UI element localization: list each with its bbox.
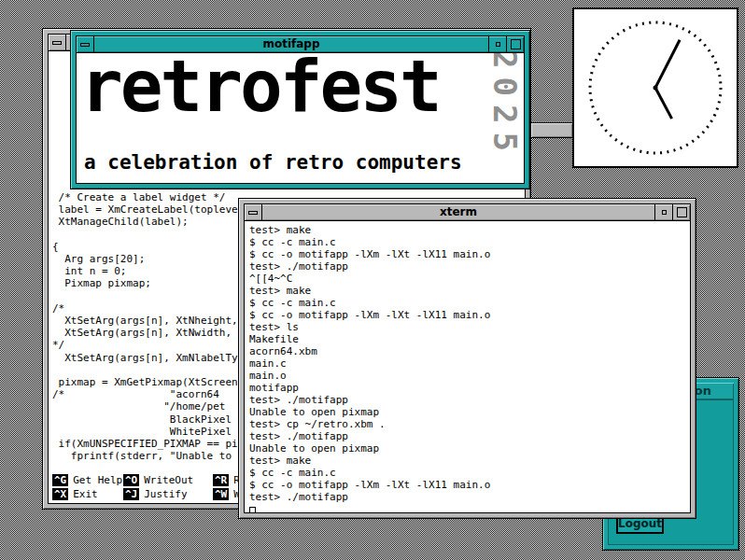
terminal-cursor [249, 507, 256, 513]
shortcut-key: ^J [123, 488, 139, 500]
shortcut-writeout: ^OWriteOut [123, 474, 213, 486]
shortcut-label: WriteOut [144, 474, 193, 486]
clock-window[interactable] [572, 7, 738, 168]
shortcut-label: Justify [144, 488, 187, 500]
shortcut-justify: ^JJustify [123, 488, 213, 500]
banner-year: 2025 [486, 53, 524, 179]
clock-center-dot [654, 86, 658, 91]
window-menu-button[interactable] [49, 35, 66, 50]
clock-minute-hand [655, 41, 679, 88]
window-menu-icon [80, 43, 90, 47]
shortcut-exit: ^XExit [52, 488, 123, 500]
xterm-window[interactable]: xterm test> make $ cc -c main.c $ cc -o … [238, 198, 696, 519]
banner-subtitle: a celebration of retro computers [84, 151, 462, 174]
motifapp-titlebar[interactable]: motifapp [76, 35, 525, 53]
motifapp-window[interactable]: motifapp retrofest a celebration of retr… [70, 30, 530, 189]
maximize-button[interactable] [672, 204, 690, 220]
window-frame-fragment [530, 122, 573, 138]
motifapp-content: retrofest a celebration of retro compute… [76, 53, 525, 184]
clock-hour-hand [655, 88, 671, 118]
maximize-button[interactable] [506, 36, 524, 52]
minimize-button[interactable] [488, 36, 506, 52]
window-menu-button[interactable] [245, 204, 262, 220]
shortcut-label: Get Help [73, 474, 122, 486]
minimize-icon [496, 42, 500, 47]
window-menu-icon [52, 41, 62, 45]
shortcut-key: ^O [123, 474, 139, 486]
maximize-icon [511, 39, 521, 49]
xterm-content[interactable]: test> make $ cc -c main.c $ cc -o motifa… [244, 221, 691, 513]
shortcut-label: Exit [73, 488, 98, 500]
window-menu-button[interactable] [77, 36, 94, 52]
clock-face [574, 9, 737, 166]
minimize-icon [662, 210, 667, 215]
terminal-output[interactable]: test> make $ cc -c main.c $ cc -o motifa… [245, 221, 690, 503]
xterm-title: xterm [262, 204, 654, 220]
shortcut-key: ^W [213, 488, 229, 500]
window-menu-icon [248, 211, 258, 215]
maximize-icon [677, 207, 687, 217]
minimize-button[interactable] [654, 204, 672, 220]
retrofest-banner: retrofest a celebration of retro compute… [77, 53, 524, 177]
banner-title: retrofest [80, 53, 524, 126]
motifapp-title: motifapp [94, 36, 488, 52]
shortcut-get-help: ^GGet Help [52, 474, 123, 486]
shortcut-key: ^G [52, 474, 68, 486]
shortcut-key: ^X [52, 488, 68, 500]
xterm-titlebar[interactable]: xterm [244, 203, 691, 221]
shortcut-key: ^R [213, 474, 229, 486]
